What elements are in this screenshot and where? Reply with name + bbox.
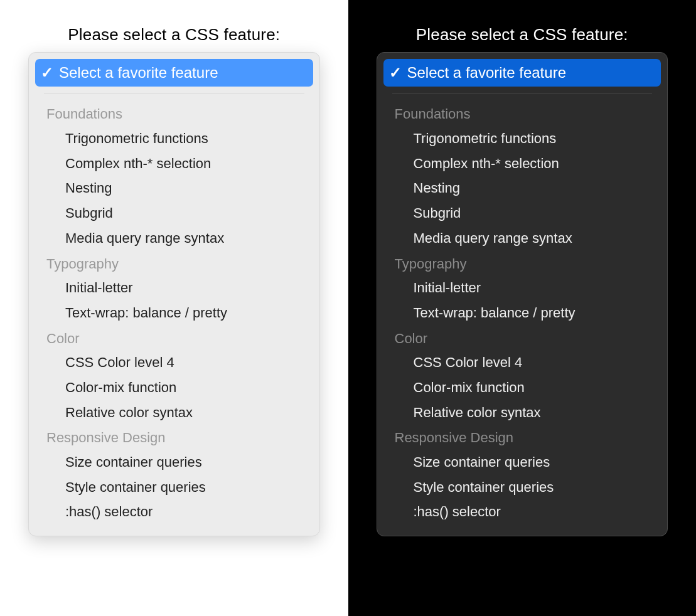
option-item[interactable]: Text-wrap: balance / pretty xyxy=(377,300,668,326)
option-item[interactable]: Color-mix function xyxy=(29,375,319,400)
option-item[interactable]: Size container queries xyxy=(29,450,319,475)
menu-divider xyxy=(392,93,653,93)
optgroup-label: Typography xyxy=(29,251,319,276)
prompt-label: Please select a CSS feature: xyxy=(377,25,668,45)
checkmark-icon: ✓ xyxy=(41,67,53,78)
optgroup-label: Typography xyxy=(377,251,668,276)
option-item[interactable]: Initial-letter xyxy=(377,275,668,300)
selected-option-label: Select a favorite feature xyxy=(407,63,566,83)
option-item[interactable]: Media query range syntax xyxy=(377,226,668,251)
option-item[interactable]: Subgrid xyxy=(29,201,319,226)
option-item[interactable]: Subgrid xyxy=(377,201,668,226)
checkmark-icon: ✓ xyxy=(390,67,401,78)
option-item[interactable]: :has() selector xyxy=(29,499,319,524)
prompt-label: Please select a CSS feature: xyxy=(28,25,320,45)
option-item[interactable]: Text-wrap: balance / pretty xyxy=(29,300,319,326)
dropdown-menu[interactable]: ✓ Select a favorite feature Foundations … xyxy=(28,52,320,536)
optgroup-label: Responsive Design xyxy=(377,425,668,450)
option-item[interactable]: Style container queries xyxy=(377,475,668,500)
optgroup-label: Color xyxy=(377,326,668,351)
option-item[interactable]: Complex nth-* selection xyxy=(377,151,668,176)
option-item[interactable]: Nesting xyxy=(377,176,668,201)
option-item[interactable]: Media query range syntax xyxy=(29,226,319,251)
light-mode-pane: Please select a CSS feature: ✓ Select a … xyxy=(0,0,348,616)
option-item[interactable]: Trigonometric functions xyxy=(377,126,668,151)
dark-mode-pane: Please select a CSS feature: ✓ Select a … xyxy=(348,0,697,616)
selected-option-label: Select a favorite feature xyxy=(59,63,218,83)
selected-option-row[interactable]: ✓ Select a favorite feature xyxy=(383,59,661,87)
option-item[interactable]: CSS Color level 4 xyxy=(29,350,319,375)
selected-option-row[interactable]: ✓ Select a favorite feature xyxy=(35,59,313,87)
optgroup-label: Foundations xyxy=(29,101,319,126)
optgroup-label: Color xyxy=(29,326,319,351)
option-item[interactable]: Trigonometric functions xyxy=(29,126,319,151)
option-item[interactable]: Complex nth-* selection xyxy=(29,151,319,176)
option-item[interactable]: Style container queries xyxy=(29,475,319,500)
option-item[interactable]: CSS Color level 4 xyxy=(377,350,668,375)
optgroup-label: Foundations xyxy=(377,101,668,126)
menu-divider xyxy=(44,93,304,93)
option-item[interactable]: Color-mix function xyxy=(377,375,668,400)
option-item[interactable]: Size container queries xyxy=(377,450,668,475)
optgroup-label: Responsive Design xyxy=(29,425,319,450)
option-item[interactable]: Nesting xyxy=(29,176,319,201)
option-item[interactable]: :has() selector xyxy=(377,499,668,524)
dropdown-menu[interactable]: ✓ Select a favorite feature Foundations … xyxy=(377,52,668,536)
option-item[interactable]: Relative color syntax xyxy=(29,400,319,425)
option-item[interactable]: Initial-letter xyxy=(29,275,319,300)
option-item[interactable]: Relative color syntax xyxy=(377,400,668,425)
